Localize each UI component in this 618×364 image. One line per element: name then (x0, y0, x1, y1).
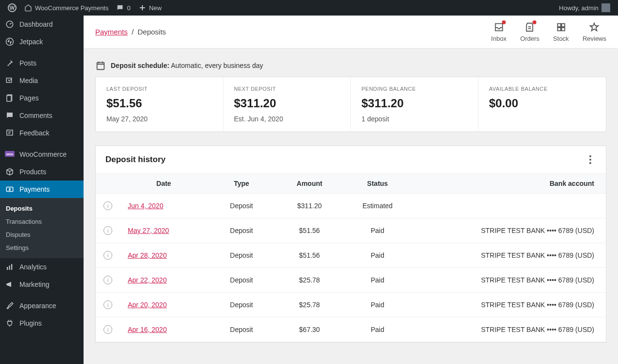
table-row[interactable]: iJun 4, 2020Deposit$311.20Estimated (96, 194, 606, 218)
topbar-inbox[interactable]: Inbox (491, 21, 507, 42)
deposit-bank: STRIPE TEST BANK •••• 6789 (USD) (412, 293, 606, 317)
info-icon: i (103, 201, 112, 210)
plus-icon (138, 4, 146, 12)
col-status[interactable]: Status (343, 174, 412, 194)
info-icon: i (103, 300, 112, 309)
table-row[interactable]: iApr 20, 2020Deposit$25.78PaidSTRIPE TES… (96, 293, 606, 317)
topbar: Payments / Deposits Inbox Orders Stock (84, 16, 618, 49)
col-type[interactable]: Type (207, 174, 275, 194)
table-options-button[interactable] (584, 154, 596, 165)
deposit-date-link[interactable]: May 27, 2020 (128, 227, 169, 234)
table-row[interactable]: iApr 16, 2020Deposit$67.30PaidSTRIPE TES… (96, 317, 606, 342)
notification-dot (502, 20, 506, 24)
svg-rect-4 (7, 96, 11, 101)
sidebar-item-products[interactable]: Products (0, 163, 84, 181)
summary-last-deposit: LAST DEPOSIT $51.56 May 27, 2020 (96, 77, 223, 132)
topbar-reviews[interactable]: Reviews (583, 21, 606, 42)
info-icon: i (103, 325, 112, 334)
star-icon (588, 21, 600, 33)
comments-link[interactable]: 0 (112, 0, 134, 16)
deposit-type: Deposit (207, 194, 275, 218)
deposit-bank (412, 194, 606, 218)
table-row[interactable]: iApr 28, 2020Deposit$51.56PaidSTRIPE TES… (96, 243, 606, 268)
deposit-bank: STRIPE TEST BANK •••• 6789 (USD) (412, 268, 606, 293)
topbar-stock[interactable]: Stock (553, 21, 569, 42)
box-icon (5, 167, 15, 177)
avatar (601, 3, 610, 12)
deposit-type: Deposit (207, 218, 275, 243)
deposit-type: Deposit (207, 317, 275, 342)
deposit-status: Paid (343, 293, 412, 317)
brush-icon (5, 301, 15, 311)
deposit-date-link[interactable]: Apr 22, 2020 (128, 276, 167, 284)
sidebar-item-dashboard[interactable]: Dashboard (0, 16, 84, 33)
table-row[interactable]: iApr 22, 2020Deposit$25.78PaidSTRIPE TES… (96, 268, 606, 293)
calendar-icon (95, 60, 106, 71)
submenu-deposits[interactable]: Deposits (0, 202, 84, 215)
breadcrumb-current: Deposits (137, 28, 166, 36)
profile-link[interactable]: Howdy, admin (555, 0, 614, 16)
col-bank[interactable]: Bank account (412, 174, 606, 194)
sidebar-item-comments[interactable]: Comments (0, 107, 84, 124)
submenu-transactions[interactable]: Transactions (0, 215, 84, 228)
sidebar-item-plugins[interactable]: Plugins (0, 314, 84, 332)
deposit-date-link[interactable]: Apr 20, 2020 (128, 301, 167, 309)
deposit-status: Estimated (343, 194, 412, 218)
deposit-history-panel: Deposit history Date Type Amount Status … (95, 146, 606, 343)
schedule-label: Deposit schedule: (111, 62, 170, 69)
inbox-icon (493, 21, 505, 33)
summary-next-deposit: NEXT DEPOSIT $311.20 Est. Jun 4, 2020 (223, 77, 351, 132)
submenu-settings[interactable]: Settings (0, 241, 84, 254)
topbar-orders[interactable]: Orders (520, 21, 540, 42)
payments-submenu: Deposits Transactions Disputes Settings (0, 198, 84, 258)
breadcrumb-sep: / (132, 28, 134, 36)
media-icon (5, 76, 15, 85)
new-label: New (149, 4, 162, 12)
svg-point-1 (6, 38, 14, 46)
sidebar-item-analytics[interactable]: Analytics (0, 258, 84, 276)
wp-logo[interactable]: W (4, 0, 20, 16)
svg-rect-9 (7, 267, 8, 270)
svg-rect-12 (557, 24, 560, 27)
sidebar-item-marketing[interactable]: Marketing (0, 276, 84, 293)
megaphone-icon (5, 280, 15, 289)
svg-rect-15 (562, 28, 565, 31)
col-date[interactable]: Date (120, 174, 207, 194)
home-icon (24, 4, 32, 12)
deposit-status: Paid (343, 218, 412, 243)
deposit-amount: $311.20 (275, 194, 343, 218)
sidebar-item-media[interactable]: Media (0, 72, 84, 89)
deposit-date-link[interactable]: Apr 16, 2020 (128, 326, 167, 333)
col-amount[interactable]: Amount (275, 174, 343, 194)
submenu-disputes[interactable]: Disputes (0, 228, 84, 241)
payments-icon (5, 184, 15, 194)
sidebar-item-posts[interactable]: Posts (0, 54, 84, 72)
new-link[interactable]: New (135, 0, 166, 16)
plug-icon (5, 318, 15, 328)
deposit-date-link[interactable]: Jun 4, 2020 (128, 202, 163, 210)
table-row[interactable]: iMay 27, 2020Deposit$51.56PaidSTRIPE TES… (96, 218, 606, 243)
sidebar-item-payments[interactable]: Payments (0, 181, 84, 198)
breadcrumb: Payments / Deposits (95, 28, 166, 36)
svg-rect-16 (97, 63, 104, 70)
deposit-table: Date Type Amount Status Bank account iJu… (96, 173, 606, 342)
sidebar-item-feedback[interactable]: Feedback (0, 124, 84, 142)
sidebar-item-pages[interactable]: Pages (0, 89, 84, 107)
deposit-date-link[interactable]: Apr 28, 2020 (128, 251, 167, 259)
schedule-value: Automatic, every business day (171, 62, 263, 69)
info-icon: i (103, 276, 112, 284)
deposit-amount: $25.78 (275, 268, 343, 293)
sidebar-item-woocommerce[interactable]: wooWooCommerce (0, 146, 84, 163)
site-link[interactable]: WooCommerce Payments (20, 0, 112, 16)
stock-icon (555, 21, 567, 33)
deposit-status: Paid (343, 243, 412, 268)
summary-pending-balance: PENDING BALANCE $311.20 1 deposit (351, 77, 479, 132)
breadcrumb-parent[interactable]: Payments (95, 28, 128, 36)
deposit-type: Deposit (207, 243, 275, 268)
sidebar-item-jetpack[interactable]: Jetpack (0, 33, 84, 50)
sidebar-item-appearance[interactable]: Appearance (0, 297, 84, 314)
comment-icon (116, 4, 124, 12)
deposit-type: Deposit (207, 293, 275, 317)
pin-icon (5, 58, 15, 68)
comment-count: 0 (127, 4, 130, 12)
